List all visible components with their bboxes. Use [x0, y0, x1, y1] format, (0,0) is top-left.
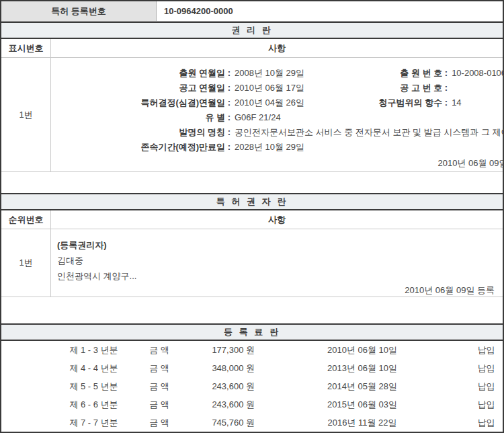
- fee-amount: 243,600 원: [173, 399, 255, 411]
- fee-amount: 243,600 원: [173, 381, 255, 393]
- rights-table-header: 표시번호 사항: [1, 39, 503, 58]
- field-label: 청구범위의 항수 :: [337, 95, 448, 110]
- holder-col-rank-number: 순위번호: [1, 210, 51, 229]
- holder-table-row: 1번 (등록권리자) 김대중 인천광역시 계양구... 2010년 06월 09…: [1, 229, 503, 297]
- rights-row-details: 출원 연월일 : 2008년 10월 29일 출 원 번 호 : 10-2008…: [51, 58, 504, 171]
- holder-name: 김대중: [57, 253, 497, 268]
- fee-period: 제 5 - 5 년분: [1, 381, 146, 393]
- field-classification: 유 별 : G06F 21/24: [57, 110, 504, 125]
- fee-status: 납입: [470, 362, 503, 375]
- fee-row: 제 5 - 5 년분 금 액 243,600 원 2014년 05월 28일 납…: [1, 377, 503, 395]
- fee-period: 제 7 - 7 년분: [1, 417, 146, 429]
- field-label: 유 별 :: [57, 110, 230, 125]
- fee-amount-label: 금 액: [146, 381, 173, 393]
- rights-col-details: 사항: [51, 39, 503, 57]
- fee-status: 납입: [470, 381, 503, 393]
- fee-period: 제 1 - 3 년분: [1, 344, 146, 356]
- rights-col-display-number: 표시번호: [1, 39, 51, 57]
- field-value: [448, 81, 504, 95]
- fee-payment-date: 2016년 11월 22일: [255, 417, 470, 429]
- field-invention-title: 발명의 명칭 : 공인전자문서보관소 서비스 중 전자문서 보관 및 발급 시스…: [57, 125, 504, 140]
- holder-table-header: 순위번호 사항: [1, 210, 503, 229]
- fee-payment-date: 2010년 06월 10일: [255, 344, 470, 356]
- fee-row: 제 4 - 4 년분 금 액 348,000 원 2013년 06월 10일 납…: [1, 359, 503, 377]
- field-label: 존속기간(예정)만료일 :: [57, 140, 230, 155]
- rights-section-title: 권 리 란: [1, 22, 503, 39]
- field-value: G06F 21/24: [230, 110, 504, 125]
- field-label: 발명의 명칭 :: [57, 125, 230, 140]
- rights-row-number: 1번: [1, 58, 51, 171]
- holder-type: (등록권리자): [57, 237, 497, 253]
- field-label: 출 원 번 호 :: [337, 66, 448, 81]
- holder-registration-date: 2010년 06월 09일 등록: [57, 284, 497, 297]
- fees-table: 제 1 - 3 년분 금 액 177,300 원 2010년 06월 10일 납…: [1, 341, 503, 432]
- holder-section-title: 특 허 권 자 란: [1, 193, 503, 210]
- fee-row: 제 6 - 6 년분 금 액 243,600 원 2015년 06월 03일 납…: [1, 395, 503, 414]
- holder-empty-row: [1, 297, 503, 323]
- field-value: 2008년 10월 29일: [230, 66, 337, 81]
- fee-amount-label: 금 액: [146, 362, 173, 375]
- field-value: 10-2008-0106563: [448, 66, 504, 81]
- fee-period: 제 6 - 6 년분: [1, 399, 146, 411]
- fee-row: 제 1 - 3 년분 금 액 177,300 원 2010년 06월 10일 납…: [1, 341, 503, 359]
- field-label: 출원 연월일 :: [57, 66, 230, 81]
- fee-status: 납입: [470, 344, 503, 356]
- field-value: 2010년 06월 17일: [230, 81, 337, 95]
- fee-amount-label: 금 액: [146, 344, 173, 356]
- fee-amount-label: 금 액: [146, 399, 173, 411]
- patent-number-value: 10-0964200-0000: [157, 1, 503, 21]
- fee-status: 납입: [470, 417, 503, 429]
- field-value: 공인전자문서보관소 서비스 중 전자문서 보관 및 발급 시스템과 그 제어 방…: [230, 125, 504, 140]
- field-value: 14: [448, 95, 504, 110]
- field-value: 2028년 10월 29일: [230, 140, 504, 155]
- field-publication-date: 공고 연월일 : 2010년 06월 17일 공 고 번 호 :: [57, 81, 504, 95]
- fees-section-title: 등 록 료 란: [1, 323, 503, 341]
- fee-amount: 177,300 원: [173, 344, 255, 356]
- holder-col-details: 사항: [51, 210, 503, 229]
- holder-address: 인천광역시 계양구...: [57, 268, 497, 284]
- field-expiration-date: 존속기간(예정)만료일 : 2028년 10월 29일: [57, 140, 504, 155]
- fee-status: 납입: [470, 399, 503, 411]
- field-value: 2010년 04월 26일: [230, 95, 337, 110]
- rights-table-row: 1번 출원 연월일 : 2008년 10월 29일 출 원 번 호 : 10-2…: [1, 58, 503, 171]
- fee-payment-date: 2014년 05월 28일: [255, 381, 470, 393]
- holder-row-number: 1번: [1, 229, 51, 297]
- field-label: 공 고 번 호 :: [337, 81, 448, 95]
- rights-empty-row: [1, 171, 503, 193]
- holder-row-details: (등록권리자) 김대중 인천광역시 계양구... 2010년 06월 09일 등…: [51, 229, 503, 297]
- field-label: 공고 연월일 :: [57, 81, 230, 95]
- fee-amount: 745,760 원: [173, 417, 255, 429]
- fee-payment-date: 2015년 06월 03일: [255, 399, 470, 411]
- fee-amount-label: 금 액: [146, 417, 173, 429]
- field-application-date: 출원 연월일 : 2008년 10월 29일 출 원 번 호 : 10-2008…: [57, 66, 504, 81]
- fee-payment-date: 2013년 06월 10일: [255, 362, 470, 375]
- field-decision-date: 특허결정(심결)연월일 : 2010년 04월 26일 청구범위의 항수 : 1…: [57, 95, 504, 110]
- rights-registration-date: 2010년 06월 09일 등록: [57, 156, 504, 171]
- patent-register-document: 특허 등록번호 10-0964200-0000 권 리 란 표시번호 사항 1번…: [0, 0, 504, 433]
- patent-number-label: 특허 등록번호: [1, 1, 157, 21]
- fee-amount: 348,000 원: [173, 362, 255, 375]
- patent-number-row: 특허 등록번호 10-0964200-0000: [1, 1, 503, 22]
- field-label: 특허결정(심결)연월일 :: [57, 95, 230, 110]
- fee-row: 제 7 - 7 년분 금 액 745,760 원 2016년 11월 22일 납…: [1, 414, 503, 432]
- fee-period: 제 4 - 4 년분: [1, 362, 146, 375]
